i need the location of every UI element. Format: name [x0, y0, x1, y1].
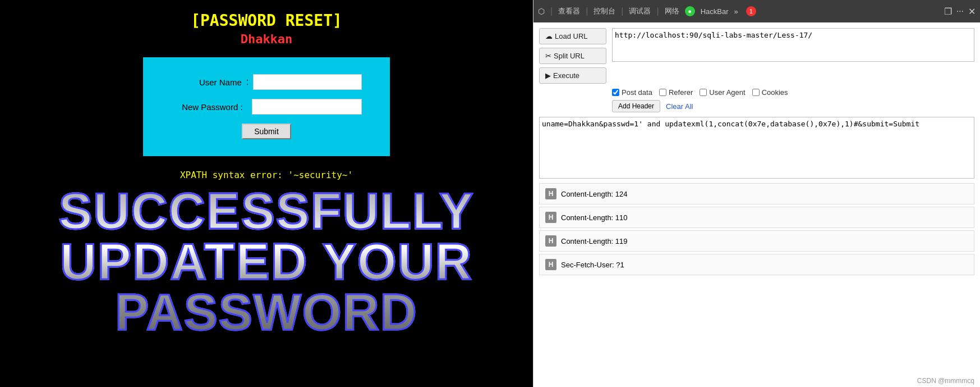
post-data-option[interactable]: Post data — [612, 88, 652, 97]
watermark: CSDN @mmmmcq — [917, 377, 974, 385]
split-url-label: Split URL — [554, 52, 585, 60]
success-text: SUCCESSFULLYUPDATED YOURPASSWORD — [59, 186, 475, 338]
header-item: H Content-Length: 119 — [539, 230, 974, 252]
header-actions-row: Add Header Clear All — [612, 100, 974, 112]
load-url-button[interactable]: ☁ Load URL — [539, 28, 606, 44]
close-icon[interactable]: ✕ — [968, 6, 976, 17]
devtools-icon[interactable]: ⬡ — [538, 7, 545, 16]
network-tab[interactable]: 网络 — [665, 6, 679, 16]
hackbar-dot: ● — [685, 6, 695, 16]
toolbar-sep3: | — [621, 6, 623, 16]
username-row: User Name : — [171, 74, 362, 90]
submit-row: Submit — [171, 124, 362, 139]
toolbar-sep1: | — [550, 6, 553, 16]
options-icon[interactable]: ··· — [956, 6, 964, 17]
scissors-icon: ✂ — [545, 52, 551, 60]
password-label: New Password : — [171, 102, 243, 112]
toolbar-sep2: | — [586, 6, 588, 16]
submit-button[interactable]: Submit — [242, 124, 291, 139]
restore-icon[interactable]: ❐ — [944, 6, 952, 17]
referer-option[interactable]: Referer — [659, 88, 693, 97]
user-agent-label: User Agent — [709, 88, 745, 97]
header-item: H Content-Length: 124 — [539, 183, 974, 204]
xpath-error: XPATH syntax error: '~security~' — [180, 170, 353, 180]
referer-checkbox[interactable] — [659, 89, 666, 96]
cookies-label: Cookies — [762, 88, 788, 97]
debugger-tab[interactable]: 调试器 — [629, 6, 651, 16]
h-badge: H — [545, 259, 556, 270]
header-value: Content-Length: 110 — [561, 213, 628, 222]
clear-all-link[interactable]: Clear All — [666, 102, 693, 111]
execute-label: Execute — [553, 71, 579, 80]
header-value: Content-Length: 124 — [561, 190, 628, 198]
add-header-button[interactable]: Add Header — [612, 100, 660, 112]
url-input[interactable] — [612, 28, 974, 62]
cloud-icon: ☁ — [545, 32, 553, 40]
header-item: H Sec-Fetch-User: ?1 — [539, 254, 974, 275]
form-container: User Name : New Password : Submit — [143, 57, 390, 156]
more-tabs[interactable]: » — [734, 7, 738, 16]
page-title-line2: Dhakkan — [241, 32, 293, 46]
console-tab[interactable]: 控制台 — [593, 6, 615, 16]
password-input[interactable] — [252, 99, 362, 115]
right-panel: ⬡ | 查看器 | 控制台 | 调试器 | 网络 ● HackBar » 1 ❐… — [533, 0, 980, 387]
cookies-option[interactable]: Cookies — [752, 88, 788, 97]
inspector-tab[interactable]: 查看器 — [558, 6, 580, 16]
post-data-label: Post data — [622, 88, 652, 97]
header-value: Content-Length: 119 — [561, 237, 628, 245]
page-title-line1: [PASSWORD RESET] — [191, 11, 342, 30]
header-list: H Content-Length: 124 H Content-Length: … — [539, 183, 974, 277]
post-data-checkbox[interactable] — [612, 89, 619, 96]
left-panel: [PASSWORD RESET] Dhakkan User Name : New… — [0, 0, 533, 387]
toolbar-actions: ❐ ··· ✕ — [944, 6, 976, 17]
header-item: H Content-Length: 110 — [539, 207, 974, 228]
user-agent-option[interactable]: User Agent — [700, 88, 745, 97]
user-agent-checkbox[interactable] — [700, 89, 707, 96]
load-url-label: Load URL — [555, 32, 588, 40]
header-value: Sec-Fetch-User: ?1 — [561, 261, 624, 269]
hackbar-tab[interactable]: HackBar — [701, 7, 729, 16]
h-badge: H — [545, 212, 556, 223]
cookies-checkbox[interactable] — [752, 89, 760, 96]
url-buttons: ☁ Load URL ✂ Split URL ▶ Execute — [539, 28, 606, 84]
post-data-input[interactable] — [539, 117, 974, 179]
browser-toolbar: ⬡ | 查看器 | 控制台 | 调试器 | 网络 ● HackBar » 1 ❐… — [533, 0, 980, 22]
h-badge: H — [545, 235, 556, 247]
password-row: New Password : — [171, 99, 362, 115]
play-icon: ▶ — [545, 71, 551, 80]
url-row: ☁ Load URL ✂ Split URL ▶ Execute — [539, 28, 974, 84]
username-colon: : — [246, 77, 249, 87]
referer-label: Referer — [669, 88, 693, 97]
username-input[interactable] — [253, 74, 362, 90]
options-row: Post data Referer User Agent Cookies — [612, 88, 974, 97]
toolbar-sep4: | — [656, 6, 659, 16]
execute-button[interactable]: ▶ Execute — [539, 67, 606, 84]
split-url-button[interactable]: ✂ Split URL — [539, 48, 606, 64]
alert-badge: 1 — [746, 6, 756, 16]
username-label: User Name — [171, 78, 242, 87]
panel-content: ☁ Load URL ✂ Split URL ▶ Execute Post da… — [533, 22, 980, 387]
h-badge: H — [545, 188, 556, 199]
